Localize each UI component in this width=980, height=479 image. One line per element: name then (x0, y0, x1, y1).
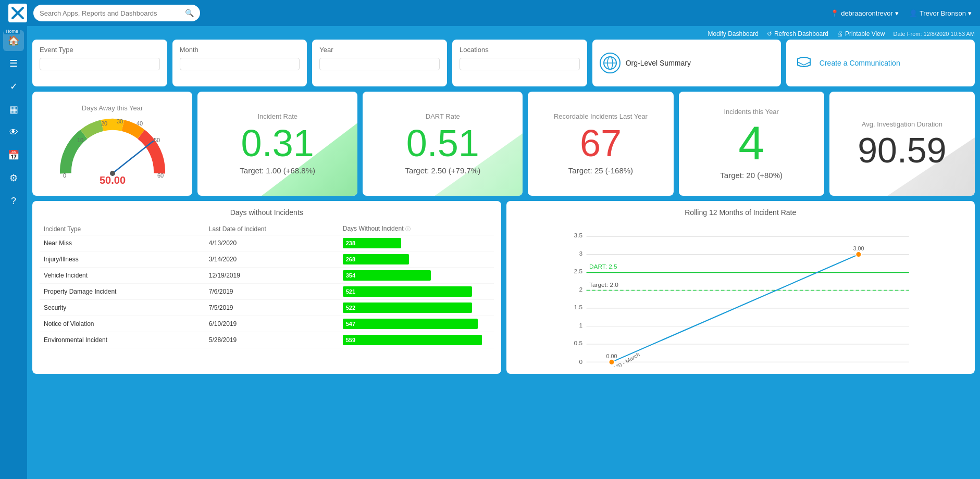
sidebar-item-view[interactable]: 👁 (3, 122, 24, 143)
days-away-kpi: Days Away this Year 0 10 20 (32, 92, 192, 196)
month-input[interactable] (180, 58, 300, 70)
refresh-dashboard-button[interactable]: ↺ Refresh Dashboard (767, 30, 828, 37)
col-days-without: Days Without Incident ⓘ (339, 223, 494, 235)
search-box[interactable]: 🔍 (33, 5, 200, 21)
recordable-incidents-target: Target: 25 (-168%) (568, 166, 633, 175)
recordable-incidents-kpi: Recordable Incidents Last Year 67 Target… (528, 92, 673, 196)
sidebar-item-menu[interactable]: ☰ (3, 53, 24, 74)
communication-label: Create a Communication (820, 59, 900, 67)
cell-incident-type: Security (40, 300, 205, 316)
cell-days-bar: 559 (339, 332, 494, 348)
days-away-title: Days Away this Year (82, 104, 143, 112)
recordable-incidents-value: 67 (580, 124, 622, 162)
year-filter: Year (312, 40, 447, 86)
svg-text:40: 40 (137, 120, 143, 127)
info-icon: ⓘ (405, 226, 411, 232)
incidents-this-year-kpi: Incidents this Year 4 Target: 20 (+80%) (679, 92, 824, 196)
avg-investigation-value: 90.59 (858, 132, 946, 168)
top-navigation: 🔍 📍 debraaorontrevor ▾ 👤 Trevor Bronson … (0, 0, 980, 26)
col-incident-type: Incident Type (40, 223, 205, 235)
svg-point-37 (855, 251, 861, 257)
svg-text:50: 50 (154, 137, 160, 143)
view-icon: 👁 (9, 127, 18, 138)
cell-last-date: 7/5/2019 (205, 300, 339, 316)
dart-rate-kpi: DART Rate 0.51 Target: 2.50 (+79.7%) (363, 92, 523, 196)
modify-dashboard-button[interactable]: Modify Dashboard (708, 30, 759, 37)
rolling-chart-card: Rolling 12 Months of Incident Rate 0 0.5… (506, 201, 975, 374)
year-input[interactable] (319, 58, 440, 70)
org-level-card[interactable]: Org-Level Summary (592, 40, 781, 86)
sidebar-item-dashboard[interactable]: ▦ (3, 99, 24, 120)
svg-text:2.5: 2.5 (574, 268, 582, 275)
location-selector[interactable]: 📍 debraaorontrevor ▾ (830, 9, 899, 17)
search-input[interactable] (40, 9, 185, 17)
bar-fill: 268 (343, 254, 409, 264)
year-label: Year (319, 46, 440, 54)
incident-rate-target: Target: 1.00 (+68.8%) (240, 166, 315, 175)
svg-text:0.5: 0.5 (574, 339, 582, 347)
cell-last-date: 7/6/2019 (205, 284, 339, 300)
event-type-filter: Event Type (32, 40, 167, 86)
table-row: Injury/Illness 3/14/2020 268 (40, 251, 494, 268)
cell-incident-type: Property Damage Incident (40, 284, 205, 300)
event-type-label: Event Type (40, 46, 160, 54)
svg-text:50.00: 50.00 (100, 174, 126, 184)
event-type-input[interactable] (40, 58, 160, 70)
incident-rate-kpi: Incident Rate 0.31 Target: 1.00 (+68.8%) (197, 92, 357, 196)
location-name: debraaorontrevor (841, 9, 893, 17)
table-row: Notice of Violation 6/10/2019 547 (40, 316, 494, 332)
printable-view-button[interactable]: 🖨 Printable View (837, 30, 885, 37)
incident-rate-title: Incident Rate (257, 112, 297, 120)
app-logo (8, 4, 27, 22)
cell-days-bar: 522 (339, 300, 494, 316)
user-selector[interactable]: 👤 Trevor Bronson ▾ (909, 9, 972, 17)
cell-incident-type: Notice of Violation (40, 316, 205, 332)
bar-fill: 547 (343, 319, 478, 329)
svg-point-35 (609, 359, 614, 365)
cell-days-bar: 521 (339, 284, 494, 300)
location-dropdown-icon: ▾ (895, 9, 899, 17)
svg-text:0: 0 (63, 172, 66, 179)
cell-incident-type: Near Miss (40, 235, 205, 251)
dart-rate-title: DART Rate (426, 112, 460, 120)
cell-days-bar: 268 (339, 251, 494, 268)
sidebar-item-tasks[interactable]: ✓ (3, 76, 24, 97)
svg-text:DART: 2.5: DART: 2.5 (589, 263, 617, 270)
sidebar-item-settings[interactable]: ⚙ (3, 168, 24, 188)
sidebar: 🏠 Home ☰ ✓ ▦ 👁 📅 ⚙ ? (0, 26, 27, 479)
main-content: Modify Dashboard ↺ Refresh Dashboard 🖨 P… (27, 26, 980, 479)
rolling-chart-area: 0 0.5 1 1.5 2 2.5 3 3.5 (514, 221, 968, 367)
dart-rate-value: 0.51 (406, 124, 479, 162)
org-level-label: Org-Level Summary (626, 59, 691, 67)
rolling-chart-title: Rolling 12 Months of Incident Rate (514, 208, 968, 217)
tasks-icon: ✓ (10, 81, 18, 92)
nav-right: 📍 debraaorontrevor ▾ 👤 Trevor Bronson ▾ (830, 9, 972, 17)
rolling-chart-svg: 0 0.5 1 1.5 2 2.5 3 3.5 (514, 221, 968, 367)
col-last-date: Last Date of Incident (205, 223, 339, 235)
days-without-incidents-title: Days without Incidents (40, 208, 494, 217)
home-label: Home (4, 28, 20, 34)
month-filter: Month (172, 40, 307, 86)
table-row: Vehicle Incident 12/19/2019 354 (40, 268, 494, 284)
sidebar-item-home[interactable]: 🏠 Home (3, 30, 24, 51)
date-label: Date From: 12/8/2020 10:53 AM (893, 31, 975, 37)
settings-icon: ⚙ (9, 172, 18, 184)
svg-text:0: 0 (579, 358, 582, 365)
avg-investigation-kpi: Avg. Investigation Duration 90.59 (829, 92, 975, 196)
table-row: Environmental Incident 5/28/2019 559 (40, 332, 494, 348)
cell-last-date: 12/19/2019 (205, 268, 339, 284)
svg-text:0.00: 0.00 (606, 353, 617, 359)
sidebar-item-calendar[interactable]: 📅 (3, 145, 24, 166)
create-communication-card[interactable]: Create a Communication (786, 40, 975, 86)
svg-text:1.5: 1.5 (574, 304, 582, 311)
calendar-icon: 📅 (8, 149, 19, 161)
org-level-icon (600, 53, 621, 73)
svg-text:3.00: 3.00 (853, 245, 864, 251)
sidebar-item-help[interactable]: ? (3, 191, 24, 211)
gauge-svg: 0 10 20 30 40 50 60 50.00 (55, 116, 170, 184)
table-row: Near Miss 4/13/2020 238 (40, 235, 494, 251)
incidents-table: Incident Type Last Date of Incident Days… (40, 223, 494, 348)
dash-controls: Modify Dashboard ↺ Refresh Dashboard 🖨 P… (32, 30, 975, 37)
month-label: Month (180, 46, 300, 54)
locations-input[interactable] (460, 58, 580, 70)
